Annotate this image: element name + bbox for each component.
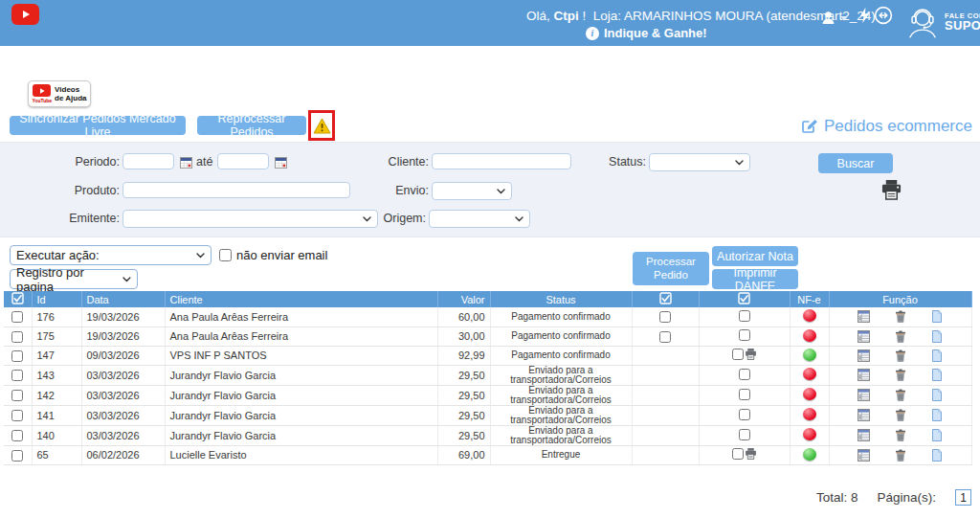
document-icon[interactable] — [931, 330, 943, 343]
trash-icon[interactable] — [895, 310, 906, 323]
reprocessar-pedidos-button[interactable]: Reprocessar Pedidos — [197, 116, 306, 135]
produto-input[interactable] — [122, 182, 350, 198]
registro-por-pagina-select[interactable]: Registro por pagina — [10, 269, 138, 289]
nfe-checkbox[interactable] — [739, 409, 750, 420]
row-select-cell[interactable] — [4, 327, 32, 346]
row-nfe-cell[interactable] — [699, 385, 790, 405]
nfe-checkbox[interactable] — [739, 329, 750, 341]
details-icon[interactable] — [858, 449, 870, 462]
col-header-confirm-all[interactable] — [632, 291, 699, 307]
row-nfe-cell[interactable] — [699, 405, 790, 425]
trash-icon[interactable] — [895, 330, 906, 343]
row-select-cell[interactable] — [4, 346, 32, 365]
status-select[interactable] — [649, 153, 750, 171]
row-checkbox[interactable] — [11, 331, 23, 343]
buscar-button[interactable]: Buscar — [818, 153, 893, 173]
executar-acao-select[interactable]: Executar ação: — [10, 245, 212, 265]
row-confirm-cell[interactable] — [632, 307, 699, 327]
details-icon[interactable] — [858, 349, 870, 362]
details-icon[interactable] — [858, 369, 870, 381]
col-header-nfe-all[interactable] — [699, 291, 790, 307]
nfe-checkbox[interactable] — [739, 369, 750, 380]
quick-actions-button[interactable] — [859, 7, 870, 24]
document-icon[interactable] — [931, 449, 943, 462]
autorizar-nota-button[interactable]: Autorizar Nota — [712, 246, 798, 266]
confirm-checkbox[interactable] — [659, 311, 671, 323]
chevron-down-icon — [840, 15, 848, 21]
nfe-checkbox[interactable] — [739, 310, 750, 322]
nfe-checkbox[interactable] — [739, 429, 750, 440]
details-icon[interactable] — [858, 330, 870, 343]
row-checkbox[interactable] — [11, 311, 23, 323]
warning-highlight-box[interactable] — [308, 110, 335, 141]
details-icon[interactable] — [858, 429, 870, 441]
nfe-checkbox[interactable] — [732, 448, 744, 460]
row-status: Enviado para a transportadora/Correios — [490, 405, 632, 425]
row-nfe-cell[interactable] — [699, 327, 790, 346]
switch-store-button[interactable] — [874, 6, 893, 25]
row-checkbox[interactable] — [11, 450, 23, 462]
row-checkbox[interactable] — [11, 350, 23, 362]
details-icon[interactable] — [858, 409, 870, 421]
details-icon[interactable] — [858, 389, 870, 401]
row-select-cell[interactable] — [4, 405, 32, 425]
periodo-from-input[interactable] — [122, 153, 174, 169]
page-number-button[interactable]: 1 — [955, 489, 971, 506]
select-all-header[interactable] — [4, 291, 32, 307]
videos-ajuda-button[interactable]: YouTube Videos de Ajuda — [28, 80, 91, 107]
row-select-cell[interactable] — [4, 425, 32, 445]
row-select-cell[interactable] — [4, 385, 32, 405]
envio-select[interactable] — [432, 182, 512, 200]
document-icon[interactable] — [931, 409, 943, 421]
cliente-input[interactable] — [432, 153, 571, 169]
row-checkbox[interactable] — [11, 370, 23, 381]
printer-icon[interactable] — [745, 349, 757, 360]
document-icon[interactable] — [931, 369, 943, 381]
row-select-cell[interactable] — [4, 307, 32, 327]
row-nfe-cell[interactable] — [699, 346, 790, 365]
nao-enviar-email-checkbox[interactable] — [219, 249, 232, 261]
trash-icon[interactable] — [895, 409, 906, 421]
youtube-icon[interactable] — [11, 4, 39, 25]
user-menu-button[interactable] — [820, 10, 848, 26]
confirm-checkbox[interactable] — [659, 331, 671, 343]
row-confirm-cell[interactable] — [632, 327, 699, 346]
document-icon[interactable] — [931, 349, 943, 362]
emitente-select[interactable] — [122, 210, 378, 228]
indique-ganhe-link[interactable]: i Indique & Ganhe! — [586, 26, 707, 40]
printer-icon[interactable] — [745, 448, 757, 460]
calendar-from-icon[interactable] — [180, 155, 192, 172]
trash-icon[interactable] — [895, 349, 906, 362]
support-button[interactable]: FALE COM SUPORTE — [903, 5, 980, 39]
row-checkbox[interactable] — [11, 430, 23, 441]
trash-icon[interactable] — [895, 389, 906, 401]
trash-icon[interactable] — [895, 429, 906, 441]
nao-enviar-email-option[interactable]: não enviar email — [219, 248, 327, 262]
row-select-cell[interactable] — [4, 365, 32, 385]
trash-icon[interactable] — [895, 449, 906, 462]
row-checkbox[interactable] — [11, 410, 23, 421]
row-nfe-cell[interactable] — [699, 425, 790, 445]
nfe-checkbox[interactable] — [732, 349, 744, 360]
row-nfe-cell[interactable] — [699, 365, 790, 385]
row-checkbox[interactable] — [11, 390, 23, 401]
calendar-to-icon[interactable] — [275, 155, 287, 172]
print-list-button[interactable] — [880, 180, 902, 204]
row-select-cell[interactable] — [4, 445, 32, 464]
processar-pedido-button[interactable]: Processar Pedido — [633, 252, 709, 285]
imprimir-danfe-button[interactable]: Imprimir DANFE — [712, 269, 798, 289]
row-nfe-cell[interactable] — [699, 445, 790, 464]
origem-select[interactable] — [429, 210, 530, 228]
document-icon[interactable] — [931, 429, 943, 441]
periodo-to-input[interactable] — [217, 153, 269, 169]
row-value: 29,50 — [437, 365, 490, 385]
document-icon[interactable] — [931, 310, 943, 323]
total-count: Total: 8 — [816, 490, 858, 505]
details-icon[interactable] — [858, 310, 870, 323]
trash-icon[interactable] — [895, 369, 906, 381]
document-icon[interactable] — [931, 389, 943, 401]
nfe-checkbox[interactable] — [739, 389, 750, 400]
lightning-icon — [859, 7, 870, 24]
row-nfe-cell[interactable] — [699, 307, 790, 327]
sincronizar-pedidos-button[interactable]: Sincronizar Pedidos Mercado Livre — [10, 116, 186, 135]
